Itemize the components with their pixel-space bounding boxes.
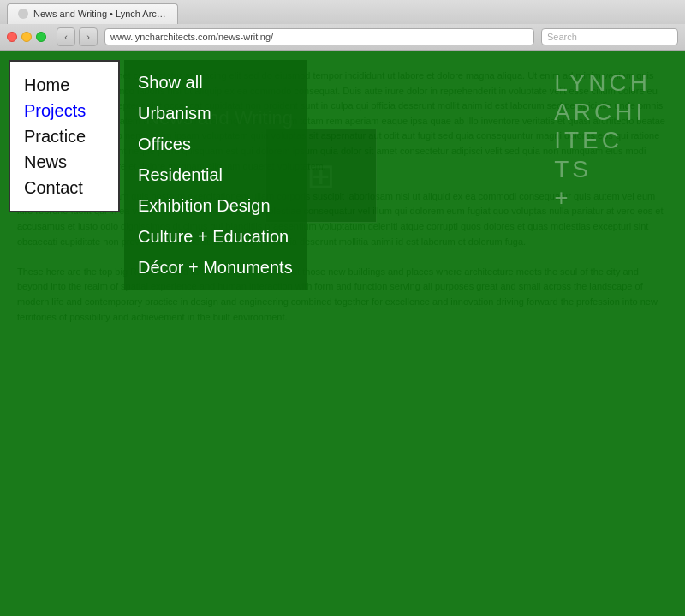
- forward-button[interactable]: ›: [79, 27, 98, 46]
- dropdown-item-residential[interactable]: Residential: [124, 159, 307, 190]
- nav-item-contact[interactable]: Contact: [24, 175, 104, 200]
- tab-close-icon[interactable]: [18, 9, 28, 19]
- dropdown-item-decor-monuments[interactable]: Décor + Monuments: [124, 252, 307, 283]
- main-content: Lorem ipsum dolor sit amet consectetur a…: [0, 51, 685, 616]
- dropdown-item-exhibition-design[interactable]: Exhibition Design: [124, 190, 307, 221]
- back-button[interactable]: ‹: [57, 27, 75, 46]
- navigation: Home Projects Practice News Contact: [9, 60, 120, 212]
- browser-toolbar: ‹ › www.lyncharchitects.com/news-writing…: [0, 24, 685, 51]
- minimize-button[interactable]: [21, 32, 32, 42]
- dropdown-item-show-all[interactable]: Show all: [124, 67, 307, 98]
- logo-line4: TS: [554, 155, 651, 184]
- logo-line3: ITEC: [554, 126, 651, 155]
- traffic-lights: [7, 32, 46, 42]
- dropdown-item-culture-education[interactable]: Culture + Education: [124, 221, 307, 252]
- dropdown-menu: Show all Urbanism Offices Residential Ex…: [124, 60, 307, 290]
- nav-item-practice[interactable]: Practice: [24, 123, 104, 149]
- search-placeholder: Search: [547, 32, 577, 42]
- logo-line1: LYNCH: [554, 69, 651, 98]
- site-logo: LYNCH ARCHI ITEC TS +: [554, 69, 651, 212]
- nav-item-projects[interactable]: Projects: [24, 98, 104, 123]
- dropdown-item-offices[interactable]: Offices: [124, 129, 307, 159]
- close-button[interactable]: [7, 32, 17, 42]
- address-bar[interactable]: www.lyncharchitects.com/news-writing/: [104, 28, 534, 45]
- logo-line2: ARCHI: [554, 98, 651, 127]
- tab-bar: News and Writing • Lynch Archi…: [0, 0, 685, 24]
- dropdown-item-urbanism[interactable]: Urbanism: [124, 98, 307, 129]
- search-bar[interactable]: Search: [541, 28, 678, 45]
- nav-item-news[interactable]: News: [24, 149, 104, 175]
- browser-chrome: News and Writing • Lynch Archi… ‹ › www.…: [0, 0, 685, 51]
- url-text: www.lyncharchitects.com/news-writing/: [110, 32, 273, 42]
- nav-item-home[interactable]: Home: [24, 72, 104, 98]
- tab-title: News and Writing • Lynch Archi…: [33, 9, 167, 19]
- browser-tab[interactable]: News and Writing • Lynch Archi…: [7, 3, 178, 24]
- logo-line5: +: [554, 183, 651, 212]
- maximize-button[interactable]: [36, 32, 46, 42]
